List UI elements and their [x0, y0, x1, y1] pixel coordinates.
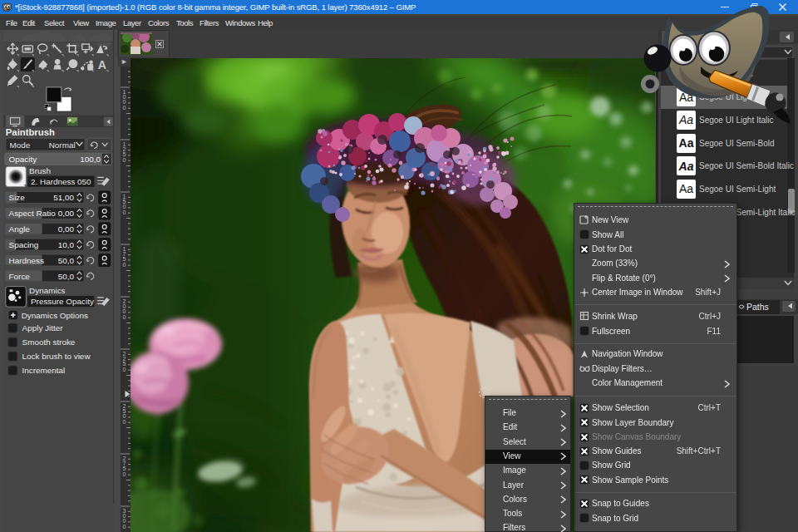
svg-text:0: 0	[123, 471, 126, 477]
svg-text:0: 0	[123, 367, 126, 372]
svg-text:100,0: 100,0	[80, 155, 101, 164]
svg-text:Dynamics: Dynamics	[29, 286, 65, 295]
svg-text:Brush: Brush	[29, 166, 51, 175]
svg-text:Aa: Aa	[679, 182, 693, 195]
svg-text:0: 0	[123, 419, 126, 425]
svg-text:51,00: 51,00	[53, 193, 74, 202]
svg-text:Apply Jitter: Apply Jitter	[22, 323, 64, 332]
svg-text:A: A	[98, 58, 106, 71]
svg-text:0: 0	[123, 524, 126, 530]
svg-text:50,0: 50,0	[58, 272, 75, 281]
svg-text:Pressure Opacity: Pressure Opacity	[31, 297, 94, 306]
svg-text:Dynamics Options: Dynamics Options	[22, 311, 88, 320]
svg-text:Spacing: Spacing	[9, 240, 39, 249]
svg-text:0: 0	[123, 314, 126, 320]
svg-text:0,00: 0,00	[58, 224, 75, 234]
svg-text:2. Hardness 050: 2. Hardness 050	[31, 177, 91, 186]
svg-text:Paintbrush: Paintbrush	[6, 127, 55, 137]
svg-text:Incremental: Incremental	[22, 366, 66, 375]
svg-text:Smooth stroke: Smooth stroke	[22, 337, 76, 347]
svg-text:Lock brush to view: Lock brush to view	[22, 352, 91, 361]
svg-text:Aa: Aa	[678, 160, 694, 173]
svg-text:0: 0	[123, 209, 126, 215]
svg-text:Normal: Normal	[49, 140, 76, 150]
svg-text:Paths: Paths	[746, 302, 769, 312]
svg-text:Segoe UI Semi-Light: Segoe UI Semi-Light	[699, 185, 776, 194]
svg-text:Mode: Mode	[10, 140, 31, 150]
svg-text:0: 0	[123, 105, 126, 111]
svg-text:Segoe UI Semi-Bold Italic: Segoe UI Semi-Bold Italic	[699, 161, 794, 170]
svg-text:0: 0	[123, 262, 126, 268]
svg-text:Hardness: Hardness	[9, 256, 44, 265]
svg-text:Angle: Angle	[9, 224, 31, 234]
svg-text:Aspect Ratio: Aspect Ratio	[9, 209, 57, 218]
svg-text:0: 0	[123, 157, 126, 163]
svg-text:Size: Size	[9, 193, 26, 202]
svg-text:10,0: 10,0	[58, 240, 75, 249]
svg-text:0,00: 0,00	[58, 209, 75, 218]
svg-text:50,0: 50,0	[58, 256, 75, 265]
svg-text:Force: Force	[9, 272, 31, 281]
svg-text:Opacity: Opacity	[9, 155, 37, 164]
